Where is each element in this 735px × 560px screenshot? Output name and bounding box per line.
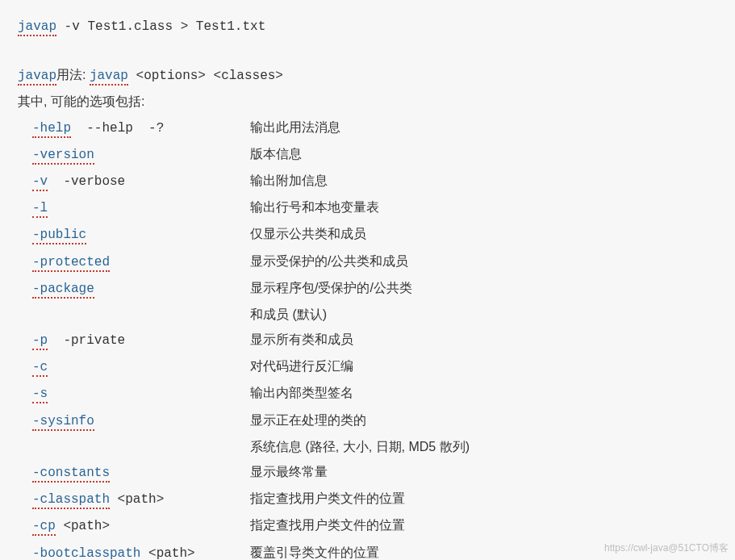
option-row: -constants 显示最终常量 xyxy=(18,459,717,486)
option-flag: -p xyxy=(32,333,48,350)
options-intro: 其中, 可能的选项包括: xyxy=(18,89,717,114)
option-desc: 显示受保护的/公共类和成员 xyxy=(250,249,408,274)
option-row: -help --help -? 输出此用法消息 xyxy=(18,115,717,141)
option-desc: 指定查找用户类文件的位置 xyxy=(250,486,405,511)
command-line: javap -v Test1.class > Test1.txt xyxy=(18,15,717,40)
option-row: 和成员 (默认) xyxy=(18,302,717,327)
option-row: -s 输出内部类型签名 xyxy=(18,380,717,407)
option-desc: 输出附加信息 xyxy=(250,168,328,193)
usage-syntax-args: <options> <classes> xyxy=(128,69,283,83)
option-row: -l 输出行号和本地变量表 xyxy=(18,194,717,221)
option-desc: 输出此用法消息 xyxy=(250,115,340,140)
option-desc: 输出行号和本地变量表 xyxy=(250,194,379,219)
command-args: -v Test1.class > Test1.txt xyxy=(56,19,265,34)
option-desc: 版本信息 xyxy=(250,141,302,166)
option-row: -c 对代码进行反汇编 xyxy=(18,353,717,380)
option-flag: -package xyxy=(32,282,94,299)
option-flag: -cp xyxy=(32,519,56,536)
options-list: -help --help -? 输出此用法消息 -version 版本信息 -v… xyxy=(18,115,717,560)
option-flag: -constants xyxy=(32,466,110,483)
option-row: -protected 显示受保护的/公共类和成员 xyxy=(18,249,717,275)
option-flag-extra: -private xyxy=(48,333,125,348)
option-row: -cp <path> 指定查找用户类文件的位置 xyxy=(18,512,717,539)
option-flag-extra: --help -? xyxy=(71,121,164,136)
command-name: javap xyxy=(18,19,56,36)
option-flag: -l xyxy=(32,201,48,218)
option-flag: -classpath xyxy=(32,492,110,509)
option-flag: -bootclasspath xyxy=(32,546,140,560)
usage-syntax-cmd: javap xyxy=(90,69,128,86)
option-desc: 和成员 (默认) xyxy=(250,302,327,327)
usage-label: 用法: xyxy=(56,68,90,81)
option-flag-extra: -verbose xyxy=(48,174,125,189)
option-flag: -version xyxy=(32,148,94,165)
option-flag: -sysinfo xyxy=(32,414,94,431)
usage-cmd: javap xyxy=(18,69,56,86)
watermark: https://cwl-java@51CTO博客 xyxy=(604,541,729,555)
option-desc: 显示所有类和成员 xyxy=(250,327,353,352)
option-row: -classpath <path> 指定查找用户类文件的位置 xyxy=(18,486,717,512)
option-desc: 覆盖引导类文件的位置 xyxy=(250,540,379,560)
option-desc: 仅显示公共类和成员 xyxy=(250,221,366,246)
option-flag: -public xyxy=(32,228,86,244)
option-flag: -v xyxy=(32,174,48,191)
option-desc: 系统信息 (路径, 大小, 日期, MD5 散列) xyxy=(250,434,470,459)
terminal-output: javap -v Test1.class > Test1.txt javap用法… xyxy=(0,0,735,560)
option-desc: 显示最终常量 xyxy=(250,459,328,484)
option-desc: 显示程序包/受保护的/公共类 xyxy=(250,275,412,300)
usage-line: javap用法: javap <options> <classes> xyxy=(18,62,717,89)
option-row: -p -private 显示所有类和成员 xyxy=(18,327,717,353)
option-desc: 输出内部类型签名 xyxy=(250,380,353,405)
option-row: -v -verbose 输出附加信息 xyxy=(18,168,717,194)
option-desc: 指定查找用户类文件的位置 xyxy=(250,512,405,537)
option-desc: 显示正在处理的类的 xyxy=(250,407,366,433)
option-row: -package 显示程序包/受保护的/公共类 xyxy=(18,275,717,302)
option-flag: -protected xyxy=(32,255,110,272)
option-row: -public 仅显示公共类和成员 xyxy=(18,221,717,248)
option-row: -sysinfo 显示正在处理的类的 xyxy=(18,407,717,434)
option-desc: 对代码进行反汇编 xyxy=(250,353,353,378)
option-row: -version 版本信息 xyxy=(18,141,717,168)
option-row: 系统信息 (路径, 大小, 日期, MD5 散列) xyxy=(18,434,717,459)
option-flag: -s xyxy=(32,387,48,403)
option-flag: -c xyxy=(32,360,48,377)
option-flag-extra: <path> xyxy=(110,492,164,507)
option-flag: -help xyxy=(32,121,71,138)
option-flag-extra: <path> xyxy=(140,546,194,560)
option-flag-extra: <path> xyxy=(56,519,110,533)
